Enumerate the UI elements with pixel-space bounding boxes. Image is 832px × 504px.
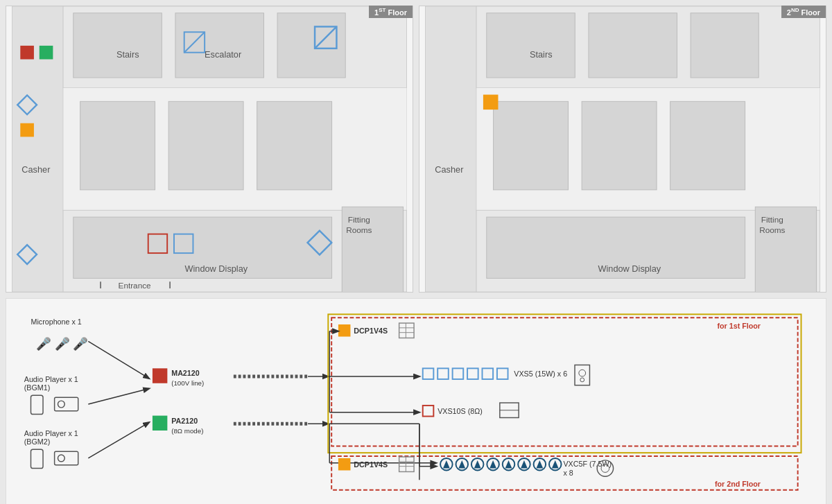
audio-player1-label: Audio Player x 1	[24, 375, 78, 383]
svg-rect-31	[487, 13, 575, 78]
svg-rect-68	[31, 395, 43, 414]
svg-text:🎤: 🎤	[36, 336, 51, 351]
svg-marker-123	[474, 460, 481, 469]
svg-marker-119	[443, 460, 450, 469]
svg-text:x 8: x 8	[563, 469, 573, 477]
vxs5-label: VXS5 (15W) x 6	[514, 370, 567, 378]
floor2-label-diagram: for 2nd Floor	[715, 480, 761, 488]
escalator-label-f1: Escalator	[205, 49, 242, 60]
svg-line-75	[88, 341, 149, 379]
svg-marker-125	[489, 460, 496, 469]
floor1-plan: 1ST Floor	[6, 6, 413, 293]
svg-point-108	[579, 370, 586, 376]
svg-rect-103	[453, 368, 464, 379]
svg-text:(8Ω mode): (8Ω mode)	[171, 427, 203, 435]
svg-rect-32	[589, 13, 677, 78]
casher-label-f2: Casher	[435, 164, 464, 175]
svg-rect-20	[20, 46, 34, 60]
main-container: 1ST Floor	[0, 0, 832, 504]
stairs-label-f1: Stairs	[116, 49, 139, 60]
svg-rect-4	[175, 13, 264, 78]
dcp1v4s-2-label: DCP1V4S	[354, 460, 388, 469]
svg-text:(100V line): (100V line)	[171, 379, 204, 387]
svg-rect-138	[338, 458, 351, 471]
svg-rect-3	[73, 13, 162, 78]
window-display-label-f2: Window Display	[598, 263, 661, 274]
svg-rect-139	[399, 457, 414, 471]
svg-text:(BGM2): (BGM2)	[24, 437, 51, 446]
svg-rect-41	[483, 95, 499, 110]
fitting-rooms-label-f1: Fitting	[348, 215, 370, 224]
floor1-svg: Stairs Escalator Casher Fitting Rooms Wi…	[6, 6, 413, 292]
svg-rect-87	[331, 318, 797, 446]
svg-rect-90	[399, 323, 414, 338]
svg-point-70	[58, 401, 64, 408]
svg-line-76	[88, 389, 149, 404]
svg-rect-78	[153, 368, 167, 383]
svg-rect-22	[20, 123, 34, 137]
svg-point-74	[58, 455, 64, 462]
pa2120-label: PA2120	[171, 417, 198, 425]
ma2120-label: MA2120	[171, 369, 200, 377]
floor2-plan: 2ND Floor	[419, 6, 826, 293]
window-display-label-f1: Window Display	[184, 263, 248, 274]
svg-text:🎤: 🎤	[73, 336, 88, 351]
svg-rect-102	[437, 368, 449, 379]
svg-rect-105	[483, 368, 494, 379]
stairs-label-f2: Stairs	[530, 49, 553, 60]
svg-text:Rooms: Rooms	[346, 225, 372, 234]
floor1-label-diagram: for 1st Floor	[718, 322, 761, 330]
microphone-label: Microphone x 1	[31, 318, 81, 326]
audio-player2-label: Audio Player x 1	[24, 429, 78, 437]
svg-marker-127	[505, 460, 512, 469]
svg-rect-33	[691, 13, 759, 78]
svg-text:(BGM1): (BGM1)	[24, 383, 51, 392]
svg-line-77	[88, 422, 149, 458]
svg-rect-7	[80, 101, 155, 190]
signal-diagram: Microphone x 1 🎤 🎤 🎤 Audio Player x 1 (B…	[6, 298, 826, 504]
svg-text:🎤: 🎤	[55, 336, 70, 351]
svg-rect-37	[670, 101, 745, 190]
svg-rect-29	[426, 6, 477, 292]
svg-marker-121	[458, 460, 465, 469]
floor-plans-section: 1ST Floor	[0, 0, 832, 298]
svg-rect-104	[467, 368, 478, 379]
svg-text:Rooms: Rooms	[759, 225, 785, 234]
svg-rect-101	[423, 368, 434, 379]
vxs10s-1-label: VXS10S (8Ω)	[437, 407, 483, 415]
diagram-svg: Microphone x 1 🎤 🎤 🎤 Audio Player x 1 (B…	[17, 310, 815, 494]
svg-rect-72	[31, 449, 43, 468]
svg-rect-1	[12, 6, 64, 292]
svg-rect-21	[40, 46, 53, 60]
svg-rect-5	[277, 13, 345, 78]
fitting-rooms-label-f2: Fitting	[761, 215, 783, 224]
floor2-svg: Stairs Escalator Casher Fitting Rooms Wi…	[419, 6, 826, 292]
dcp1v4s-1-label: DCP1V4S	[354, 327, 388, 335]
svg-rect-36	[582, 101, 657, 190]
svg-marker-133	[552, 460, 559, 469]
svg-rect-8	[168, 101, 243, 190]
svg-point-109	[580, 378, 584, 382]
casher-label-f1: Casher	[21, 164, 51, 175]
svg-rect-89	[338, 324, 351, 337]
svg-rect-80	[153, 416, 167, 431]
entrance-label-f1: Entrance	[119, 281, 152, 290]
svg-marker-131	[536, 460, 543, 469]
svg-rect-35	[494, 101, 569, 190]
floor1-label: 1ST Floor	[369, 6, 413, 18]
svg-rect-106	[497, 368, 508, 379]
svg-rect-110	[423, 406, 434, 417]
floor2-label: 2ND Floor	[781, 6, 826, 18]
svg-marker-129	[521, 460, 528, 469]
svg-rect-9	[257, 101, 332, 190]
